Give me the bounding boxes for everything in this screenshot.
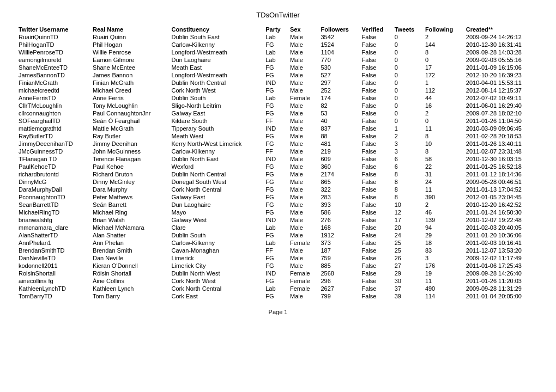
cell-1-6: False <box>359 41 392 48</box>
cell-34-8: 114 <box>423 292 464 300</box>
cell-13-8: 8 <box>423 132 464 140</box>
cell-21-9: 2012-01-05 23:04:45 <box>464 193 540 201</box>
cell-22-3: FG <box>263 201 288 209</box>
cell-20-0: DaraMurphyDail <box>16 186 90 193</box>
cell-7-9: 2012-08-14 12:15:37 <box>464 87 540 94</box>
cell-31-9: 2009-09-28 14:26:40 <box>464 270 540 277</box>
table-row: WilliePenroseTDWillie PenroseLongford-We… <box>16 48 540 56</box>
cell-10-5: 53 <box>318 109 359 117</box>
cell-1-9: 2010-12-30 16:31:41 <box>464 41 540 48</box>
cell-6-3: IND <box>263 79 288 87</box>
cell-20-9: 2011-01-13 17:04:52 <box>464 186 540 193</box>
cell-1-4: Male <box>288 41 318 48</box>
cell-28-5: 187 <box>318 247 359 254</box>
cell-34-2: Cork East <box>169 292 263 300</box>
table-row: ainecollins fgÁine CollinsCork North Wes… <box>16 277 540 285</box>
cell-17-8: 22 <box>423 163 464 170</box>
cell-5-7: 0 <box>392 71 423 79</box>
cell-19-7: 8 <box>392 178 423 186</box>
cell-3-6: False <box>359 56 392 64</box>
cell-3-5: 770 <box>318 56 359 64</box>
cell-13-5: 88 <box>318 132 359 140</box>
table-row: DaraMurphyDailDara MurphyCork North Cent… <box>16 186 540 193</box>
cell-20-5: 322 <box>318 186 359 193</box>
cell-3-7: 0 <box>392 56 423 64</box>
cell-16-6: False <box>359 155 392 163</box>
table-row: FinianMcGrathFinian McGrathDublin North … <box>16 79 540 87</box>
col-header-created: Created** <box>464 26 540 33</box>
cell-8-1: Anne Ferris <box>90 94 170 102</box>
cell-7-1: Michael Creed <box>90 87 170 94</box>
cell-6-4: Male <box>288 79 318 87</box>
cell-29-2: Limerick <box>169 254 263 262</box>
cell-19-4: Male <box>288 178 318 186</box>
cell-15-1: John McGuinness <box>90 148 170 155</box>
cell-16-9: 2010-12-30 16:03:15 <box>464 155 540 163</box>
cell-10-7: 0 <box>392 109 423 117</box>
table-row: AnneFerrisTDAnne FerrisDublin SouthLabFe… <box>16 94 540 102</box>
cell-22-0: SeanBarrettTD <box>16 201 90 209</box>
cell-1-2: Carlow-Kilkenny <box>169 41 263 48</box>
cell-10-1: Paul ConnaughtonJnr <box>90 109 170 117</box>
col-header-sex: Sex <box>288 26 318 33</box>
cell-24-4: Male <box>288 216 318 224</box>
cell-27-8: 18 <box>423 239 464 247</box>
table-row: JMcGuinnessTDJohn McGuinnessCarlow-Kilke… <box>16 148 540 155</box>
cell-29-5: 759 <box>318 254 359 262</box>
cell-32-1: Áine Collins <box>90 277 170 285</box>
table-row: AlanShatterTDAlan ShatterDublin SouthFGM… <box>16 231 540 239</box>
cell-24-0: brianwalshfg <box>16 216 90 224</box>
table-body: RuairiQuinnTDRuairi QuinnDublin South Ea… <box>16 33 540 300</box>
cell-5-2: Longford-Westmeath <box>169 71 263 79</box>
cell-31-7: 29 <box>392 270 423 277</box>
cell-21-6: False <box>359 193 392 201</box>
cell-12-1: Mattie McGrath <box>90 125 170 132</box>
cell-25-7: 20 <box>392 224 423 231</box>
cell-3-3: Lab <box>263 56 288 64</box>
cell-5-6: False <box>359 71 392 79</box>
cell-25-5: 168 <box>318 224 359 231</box>
cell-9-5: 82 <box>318 102 359 109</box>
cell-33-5: 2627 <box>318 285 359 292</box>
cell-7-4: Male <box>288 87 318 94</box>
table-row: CllrTMcLoughlinTony McLoughlinSligo-Nort… <box>16 102 540 109</box>
cell-15-6: False <box>359 148 392 155</box>
cell-4-3: FG <box>263 64 288 71</box>
cell-0-7: 0 <box>392 33 423 41</box>
cell-32-2: Cork North West <box>169 277 263 285</box>
page-footer: Page 1 <box>16 309 540 315</box>
cell-29-0: DanNevilleTD <box>16 254 90 262</box>
cell-13-1: Ray Butler <box>90 132 170 140</box>
table-row: PconnaughtonTDPeter MathewsGalway EastFG… <box>16 193 540 201</box>
cell-19-8: 24 <box>423 178 464 186</box>
cell-30-9: 2011-01-06 17:25:43 <box>464 262 540 270</box>
cell-33-7: 37 <box>392 285 423 292</box>
col-header-followers: Followers <box>318 26 359 33</box>
cell-9-2: Sligo-North Leitrim <box>169 102 263 109</box>
cell-23-3: FG <box>263 209 288 216</box>
cell-6-6: False <box>359 79 392 87</box>
cell-33-8: 490 <box>423 285 464 292</box>
cell-18-9: 2011-01-12 18:14:36 <box>464 170 540 178</box>
table-row: RuairiQuinnTDRuairi QuinnDublin South Ea… <box>16 33 540 41</box>
cell-7-0: michaelcreedtd <box>16 87 90 94</box>
cell-5-3: FG <box>263 71 288 79</box>
cell-4-0: ShaneMcEnteeTD <box>16 64 90 71</box>
cell-2-1: Willie Penrose <box>90 48 170 56</box>
table-row: JamesBannonTDJames BannonLongford-Westme… <box>16 71 540 79</box>
cell-15-3: FF <box>263 148 288 155</box>
cell-14-5: 481 <box>318 140 359 148</box>
cell-22-5: 393 <box>318 201 359 209</box>
cell-29-7: 26 <box>392 254 423 262</box>
cell-4-1: Shane McEntee <box>90 64 170 71</box>
cell-25-8: 94 <box>423 224 464 231</box>
cell-24-8: 139 <box>423 216 464 224</box>
cell-23-8: 46 <box>423 209 464 216</box>
cell-9-3: FG <box>263 102 288 109</box>
cell-21-7: 8 <box>392 193 423 201</box>
cell-32-4: Female <box>288 277 318 285</box>
cell-27-4: Female <box>288 239 318 247</box>
cell-12-0: mattiemcgrathtd <box>16 125 90 132</box>
cell-4-8: 17 <box>423 64 464 71</box>
cell-4-2: Meath East <box>169 64 263 71</box>
